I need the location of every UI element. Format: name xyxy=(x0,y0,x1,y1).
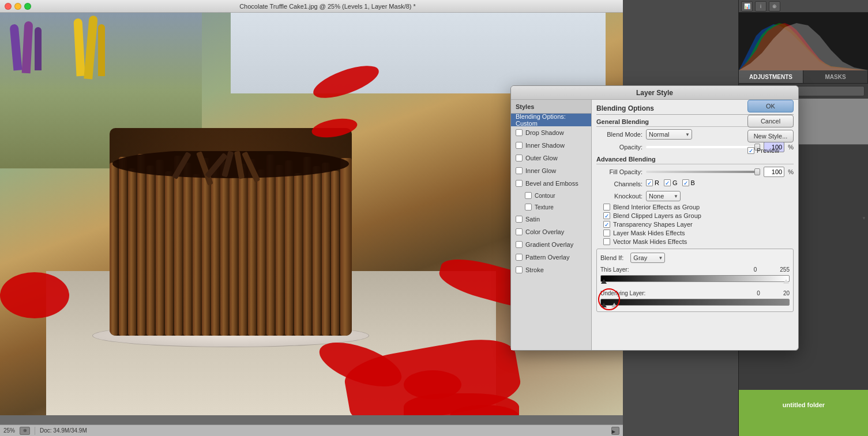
style-drop-shadow[interactable]: Drop Shadow xyxy=(511,126,591,139)
inner-shadow-checkbox[interactable] xyxy=(516,142,523,149)
status-bar: 25% ⊕ Doc: 34.9M/34.9M ▶ xyxy=(0,424,623,436)
transparency-shapes-label: Transparency Shapes Layer xyxy=(613,221,693,228)
opacity-slider[interactable] xyxy=(646,146,760,148)
style-pattern-overlay[interactable]: Pattern Overlay xyxy=(511,251,591,264)
doc-info: Doc: 34.9M/34.9M xyxy=(40,427,87,434)
preview-checkbox[interactable] xyxy=(747,147,754,154)
adj-tabs: ADJUSTMENTS MASKS xyxy=(739,70,868,84)
svg-rect-7 xyxy=(174,156,182,336)
fill-opacity-slider[interactable] xyxy=(646,171,760,173)
untitled-folder-label: untitled folder xyxy=(739,390,868,420)
blend-mode-select[interactable]: Normal ▼ xyxy=(646,129,692,140)
underlying-layer-slider[interactable] xyxy=(600,299,790,306)
blend-clipped-cb[interactable] xyxy=(603,212,610,219)
knockout-label: Knockout: xyxy=(596,193,642,200)
color-overlay-checkbox[interactable] xyxy=(516,228,523,235)
svg-rect-25 xyxy=(340,158,352,336)
bevel-emboss-checkbox[interactable] xyxy=(516,180,523,187)
this-layer-label: This Layer: xyxy=(600,266,629,273)
style-satin[interactable]: Satin xyxy=(511,213,591,225)
underlying-handle-left-black[interactable] xyxy=(601,303,607,307)
advanced-blending-title: Advanced Blending xyxy=(596,156,794,164)
this-layer-handle-left[interactable] xyxy=(601,279,607,284)
vector-mask-label: Vector Mask Hides Effects xyxy=(613,238,687,245)
maximize-button[interactable] xyxy=(24,3,31,10)
stroke-checkbox[interactable] xyxy=(516,266,523,273)
satin-checkbox[interactable] xyxy=(516,216,523,223)
pattern-overlay-checkbox[interactable] xyxy=(516,254,523,261)
tulip-2 xyxy=(22,21,33,74)
channels-checkboxes: R G B xyxy=(646,179,695,186)
outer-glow-checkbox[interactable] xyxy=(516,155,523,161)
panel-header: 📊 i ⊕ xyxy=(739,0,868,13)
channel-b-checkbox[interactable] xyxy=(682,179,689,186)
knockout-select[interactable]: None ▼ xyxy=(646,191,681,201)
style-gradient-overlay[interactable]: Gradient Overlay xyxy=(511,238,591,251)
layer-style-dialog: Layer Style Styles Blending Options: Cus… xyxy=(510,85,799,351)
cake-decorations xyxy=(110,128,352,336)
drop-shadow-checkbox[interactable] xyxy=(516,129,523,136)
channels-label: Channels: xyxy=(596,181,642,187)
channel-g-checkbox[interactable] xyxy=(664,179,671,186)
checkbox-transparency-shapes: Transparency Shapes Layer xyxy=(601,221,794,228)
svg-rect-5 xyxy=(156,160,164,336)
vector-mask-cb[interactable] xyxy=(603,238,610,245)
tab-masks[interactable]: MASKS xyxy=(803,70,868,83)
style-inner-shadow[interactable]: Inner Shadow xyxy=(511,139,591,152)
info-icon[interactable]: i xyxy=(755,1,766,12)
histogram-area xyxy=(739,13,868,70)
histogram-icon[interactable]: 📊 xyxy=(741,1,753,12)
style-stroke[interactable]: Stroke xyxy=(511,264,591,276)
this-layer-handle-right[interactable] xyxy=(783,279,789,284)
zoom-icon[interactable]: ⊕ xyxy=(20,427,30,435)
inner-glow-checkbox[interactable] xyxy=(516,167,523,174)
style-inner-glow[interactable]: Inner Glow xyxy=(511,164,591,177)
channel-b-group: B xyxy=(682,179,695,186)
tulip-1 xyxy=(10,24,22,70)
fill-opacity-thumb[interactable] xyxy=(754,168,760,175)
channels-row: Channels: R G B xyxy=(596,179,794,189)
blend-interior-cb[interactable] xyxy=(603,204,610,211)
style-outer-glow[interactable]: Outer Glow xyxy=(511,152,591,164)
style-bevel-emboss[interactable]: Bevel and Emboss xyxy=(511,177,591,190)
cancel-button[interactable]: Cancel xyxy=(747,115,794,127)
style-texture[interactable]: Texture xyxy=(511,201,591,213)
blend-if-select[interactable]: Gray ▼ xyxy=(630,253,665,263)
underlying-handle-left-white[interactable] xyxy=(611,303,617,307)
channel-r-checkbox[interactable] xyxy=(646,179,653,186)
svg-rect-9 xyxy=(193,174,201,336)
this-layer-labels: This Layer: 0 255 xyxy=(600,266,790,273)
advanced-checkboxes: Blend Interior Effects as Group Blend Cl… xyxy=(601,204,794,245)
blend-mode-arrow: ▼ xyxy=(685,132,690,137)
blending-options-label: Blending Options: Custom xyxy=(516,113,587,127)
this-layer-slider[interactable] xyxy=(600,275,790,282)
channel-r-group: R xyxy=(646,179,659,186)
new-style-button[interactable]: New Style... xyxy=(747,130,794,142)
ok-button[interactable]: OK xyxy=(747,100,794,112)
tab-adjustments[interactable]: ADJUSTMENTS xyxy=(739,70,803,83)
underlying-max: 20 xyxy=(783,290,790,296)
svg-rect-19 xyxy=(285,160,293,336)
gradient-overlay-label: Gradient Overlay xyxy=(525,241,573,248)
layer-mask-cb[interactable] xyxy=(603,230,610,236)
contour-checkbox[interactable] xyxy=(525,192,532,199)
close-button[interactable] xyxy=(5,3,12,10)
cake-body xyxy=(110,128,352,336)
style-blending-options[interactable]: Blending Options: Custom xyxy=(511,114,591,126)
transparency-shapes-cb[interactable] xyxy=(603,221,610,228)
outer-glow-label: Outer Glow xyxy=(525,155,558,161)
fill-opacity-input[interactable] xyxy=(764,167,784,177)
inner-glow-label: Inner Glow xyxy=(525,167,556,174)
checkbox-blend-interior: Blend Interior Effects as Group xyxy=(601,204,794,211)
style-color-overlay[interactable]: Color Overlay xyxy=(511,225,591,238)
minimize-button[interactable] xyxy=(14,3,21,10)
fill-opacity-label: Fill Opacity: xyxy=(596,168,642,175)
nav-arrow[interactable]: ▶ xyxy=(611,427,619,435)
blend-interior-label: Blend Interior Effects as Group xyxy=(613,204,700,211)
nav-icon[interactable]: ⊕ xyxy=(769,1,780,12)
style-contour[interactable]: Contour xyxy=(511,190,591,201)
svg-rect-12 xyxy=(220,161,228,336)
texture-checkbox[interactable] xyxy=(525,204,532,211)
gradient-overlay-checkbox[interactable] xyxy=(516,241,523,248)
dialog-buttons: OK Cancel New Style... Preview xyxy=(747,100,794,154)
